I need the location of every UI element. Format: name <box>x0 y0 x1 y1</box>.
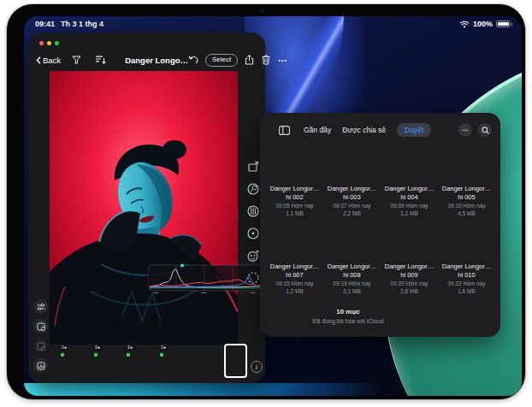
repair-icon[interactable] <box>246 181 261 196</box>
close-window-button[interactable] <box>39 41 44 45</box>
file-item[interactable]: Danger Longor…hi 002 09:05 Hôm nay 1,1 M… <box>268 147 322 217</box>
file-item[interactable]: Danger Longor…hi 005 09:10 Hôm nay 4,5 M… <box>440 147 494 217</box>
file-name: Danger Longor…hi 007 <box>269 262 321 279</box>
file-item[interactable]: Danger Longor…hi 007 09:15 Hôm nay 1,2 M… <box>268 225 322 295</box>
document-title: Danger Longo… <box>125 56 188 65</box>
sort-icon[interactable] <box>96 56 106 64</box>
editor-toolbar: Back Danger Longo… Select <box>28 50 265 69</box>
ipad-screen: 09:41 Th 3 1 thg 4 100% <box>24 16 522 396</box>
edited-indicator <box>127 353 130 357</box>
file-thumbnail <box>448 147 486 181</box>
file-name: Danger Longor…hi 003 <box>327 185 378 201</box>
file-thumbnail <box>334 225 371 259</box>
rating-badge: 3★ <box>159 345 168 351</box>
file-size: 2,1 MB <box>343 288 361 295</box>
chevron-left-icon <box>36 56 41 64</box>
files-footer: 10 mục Đã đồng bộ hóa với iCloud <box>260 308 436 324</box>
filmstrip-thumb-selected[interactable] <box>224 344 247 378</box>
file-thumbnail <box>391 147 429 181</box>
file-size: 1,1 MB <box>400 210 418 217</box>
files-more-button[interactable]: ••• <box>458 123 472 137</box>
retouch-icon[interactable] <box>246 248 261 262</box>
filmstrip-thumb[interactable] <box>50 344 56 378</box>
file-name: Danger Longor…hi 010 <box>441 262 493 279</box>
file-time: 09:20 Hôm nay <box>390 280 428 287</box>
crop-icon[interactable] <box>246 159 261 174</box>
file-name: Danger Longor…hi 004 <box>384 185 435 201</box>
paste-adjustments-icon[interactable] <box>33 339 48 353</box>
ml-enhance-icon[interactable] <box>33 299 48 314</box>
page: 09:41 Th 3 1 thg 4 100% <box>0 0 532 407</box>
filmstrip-thumb[interactable]: 3★ <box>157 344 189 378</box>
tab-browse[interactable]: Duyệt <box>397 123 431 137</box>
files-header: Gần đây Được chia sẻ Duyệt ••• <box>260 121 500 139</box>
copy-adjustments-icon[interactable] <box>33 319 48 333</box>
file-size: 2,6 MB <box>400 288 418 295</box>
file-item[interactable]: Danger Longor…hi 010 09:22 Hôm nay 1,6 M… <box>440 225 494 295</box>
trash-icon[interactable] <box>262 55 270 65</box>
back-label: Back <box>43 56 61 65</box>
file-thumbnail <box>391 225 429 259</box>
file-name: Danger Longor…hi 009 <box>384 262 435 279</box>
more-icon[interactable]: ••• <box>278 57 287 63</box>
edited-indicator <box>160 353 163 357</box>
file-time: 09:09 Hôm nay <box>390 203 428 209</box>
filter-icon[interactable] <box>72 56 81 64</box>
file-time: 09:22 Hôm nay <box>447 280 485 287</box>
front-camera <box>260 9 264 14</box>
minimize-window-button[interactable] <box>47 41 51 45</box>
file-thumbnail <box>334 147 371 181</box>
rating-badge: 3★ <box>60 345 69 351</box>
wifi-icon <box>459 21 470 28</box>
file-size: 1,2 MB <box>286 288 304 295</box>
file-thumbnail <box>448 225 486 259</box>
rating-badge: 3★ <box>126 345 135 351</box>
file-time: 09:10 Hôm nay <box>447 203 485 209</box>
filmstrip-thumb[interactable] <box>210 344 222 378</box>
file-time: 09:19 Hôm nay <box>333 280 370 287</box>
back-button[interactable]: Back <box>36 56 61 65</box>
file-size: 2,2 MB <box>343 210 361 217</box>
side-buttons <box>33 299 48 373</box>
item-count: 10 mục <box>260 308 436 316</box>
tab-recents[interactable]: Gần đây <box>304 123 331 137</box>
filmstrip-thumb[interactable]: 3★ <box>92 344 122 378</box>
photo-editor-window: Back Danger Longo… Select <box>28 32 265 383</box>
undo-icon[interactable] <box>188 56 198 64</box>
info-button[interactable]: i <box>251 361 263 373</box>
battery-icon <box>496 21 511 27</box>
file-item[interactable]: Danger Longor…hi 003 09:07 Hôm nay 2,2 M… <box>325 147 379 217</box>
selection-icon[interactable] <box>246 270 261 285</box>
file-size: 1,6 MB <box>458 288 476 295</box>
window-controls[interactable] <box>39 41 59 45</box>
ipad-device-frame: 09:41 Th 3 1 thg 4 100% <box>7 4 525 399</box>
file-thumbnail <box>276 147 314 181</box>
clone-icon[interactable] <box>246 226 261 240</box>
file-name: Danger Longor…hi 008 <box>327 262 378 279</box>
fullscreen-window-button[interactable] <box>55 41 59 45</box>
sidebar-toggle-icon[interactable] <box>279 126 290 135</box>
status-bar: 09:41 Th 3 1 thg 4 100% <box>24 20 522 32</box>
file-item[interactable]: Danger Longor…hi 009 09:20 Hôm nay 2,6 M… <box>382 225 436 295</box>
photo-duotone-portrait <box>50 71 238 345</box>
photo-canvas[interactable] <box>50 71 238 345</box>
share-icon[interactable] <box>245 55 254 65</box>
adjustments-icon[interactable] <box>246 204 261 218</box>
wallpaper-cyan-glow <box>24 383 522 396</box>
tab-shared[interactable]: Được chia sẻ <box>342 123 386 137</box>
file-item[interactable]: Danger Longor…hi 008 09:19 Hôm nay 2,1 M… <box>325 225 379 295</box>
battery-percent: 100% <box>473 20 493 28</box>
filmstrip: 3★ 3★ 3★ 3★ <box>50 344 247 378</box>
search-icon[interactable] <box>478 123 492 137</box>
file-item[interactable]: Danger Longor…hi 004 09:09 Hôm nay 1,1 M… <box>382 147 436 217</box>
histogram-toggle-icon[interactable] <box>33 358 48 373</box>
file-size: 4,5 MB <box>458 210 476 217</box>
file-name: Danger Longor…hi 002 <box>269 185 321 201</box>
filmstrip-thumb[interactable] <box>191 344 209 378</box>
filmstrip-thumb[interactable]: 3★ <box>58 344 90 378</box>
select-button[interactable]: Select <box>205 54 238 67</box>
filmstrip-thumb[interactable]: 3★ <box>124 344 156 378</box>
files-browser-window: Gần đây Được chia sẻ Duyệt ••• Dang <box>260 113 500 337</box>
file-time: 09:05 Hôm nay <box>275 203 313 209</box>
edited-indicator <box>94 353 98 357</box>
